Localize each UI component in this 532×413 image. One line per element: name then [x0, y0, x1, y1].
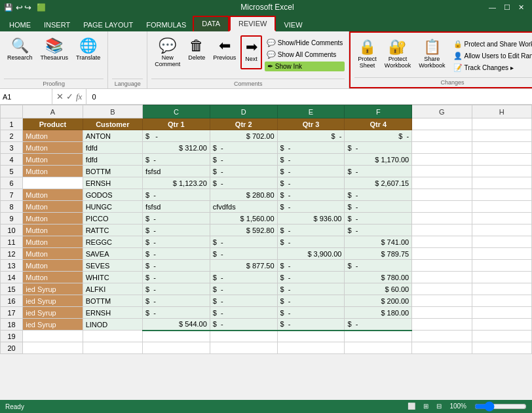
cell-b5[interactable]: BOTTM [83, 166, 142, 177]
cell-c8[interactable]: fsfsd [143, 201, 210, 213]
col-header-e[interactable]: E [277, 105, 345, 118]
cell-e17[interactable]: $ - [277, 307, 345, 319]
cell-f12[interactable]: $ 789.75 [345, 248, 412, 260]
cell-a16[interactable]: ied Syrup [23, 295, 83, 307]
cell-f14[interactable]: $ 780.00 [345, 272, 412, 283]
cancel-formula-icon[interactable]: ✕ [56, 92, 64, 101]
cell-b7[interactable]: GODOS [83, 189, 142, 201]
cell-f4[interactable]: $ 1,170.00 [345, 154, 412, 166]
cell-a18[interactable]: ied Syrup [23, 319, 83, 331]
cell-h14[interactable] [472, 272, 531, 283]
cell-b10[interactable]: RATTC [83, 224, 142, 236]
cell-d7[interactable]: $ 280.80 [210, 189, 277, 201]
protect-share-button[interactable]: 🔒 Protect and Share Workbook [451, 39, 532, 49]
protect-sheet-button[interactable]: 🔒 ProtectSheet [354, 37, 380, 71]
cell-g3[interactable] [412, 142, 472, 154]
cell-g9[interactable] [412, 213, 472, 224]
cell-a20[interactable] [23, 342, 83, 354]
cell-e8[interactable]: $ - [277, 201, 345, 213]
tab-data[interactable]: DATA [193, 16, 229, 31]
previous-comment-button[interactable]: ⬅ Previous [210, 35, 239, 69]
cell-g18[interactable] [412, 319, 472, 331]
cell-e14[interactable]: $ - [277, 272, 345, 283]
tab-formulas[interactable]: FORMULAS [140, 18, 193, 31]
cell-f3[interactable]: $ - [345, 142, 412, 154]
row-num-15[interactable]: 15 [1, 283, 23, 295]
row-num-16[interactable]: 16 [1, 295, 23, 307]
tab-page-layout[interactable]: PAGE LAYOUT [77, 18, 140, 31]
cell-g1[interactable] [412, 118, 472, 130]
cell-g19[interactable] [412, 331, 472, 342]
cell-h6[interactable] [472, 177, 531, 189]
cell-c5[interactable]: fsfsd [143, 166, 210, 177]
cell-f20[interactable] [345, 342, 412, 354]
cell-d11[interactable]: $ - [210, 236, 277, 248]
share-workbook-button[interactable]: 📋 ShareWorkbook [415, 37, 448, 71]
cell-d2[interactable]: $ 702.00 [210, 130, 277, 142]
cell-c19[interactable] [143, 331, 210, 342]
cell-e10[interactable]: $ - [277, 224, 345, 236]
cell-g16[interactable] [412, 295, 472, 307]
col-header-f[interactable]: F [345, 105, 412, 118]
cell-d16[interactable]: $ - [210, 295, 277, 307]
quick-access-redo[interactable]: ↪ [24, 3, 31, 12]
cell-d10[interactable]: $ 592.80 [210, 224, 277, 236]
cell-a12[interactable]: Mutton [23, 248, 83, 260]
cell-e12[interactable]: $ 3,900.00 [277, 248, 345, 260]
cell-a3[interactable]: Mutton [23, 142, 83, 154]
close-btn[interactable]: ✕ [514, 3, 528, 12]
cell-b8[interactable]: HUNGC [83, 201, 142, 213]
cell-d6[interactable]: $ - [210, 177, 277, 189]
next-comment-button[interactable]: ➡ Next [240, 35, 262, 69]
quick-access-undo[interactable]: ↩ [16, 3, 23, 12]
cell-g6[interactable] [412, 177, 472, 189]
cell-c11[interactable]: $ - [143, 236, 210, 248]
cell-g2[interactable] [412, 130, 472, 142]
cell-h15[interactable] [472, 283, 531, 295]
cell-a14[interactable]: Mutton [23, 272, 83, 283]
cell-d13[interactable]: $ 877.50 [210, 260, 277, 272]
cell-e7[interactable]: $ - [277, 189, 345, 201]
cell-f17[interactable]: $ 180.00 [345, 307, 412, 319]
cell-a8[interactable]: Mutton [23, 201, 83, 213]
cell-h20[interactable] [472, 342, 531, 354]
cell-f13[interactable]: $ - [345, 260, 412, 272]
row-num-6[interactable]: 6 [1, 177, 23, 189]
thesaurus-button[interactable]: 📚 Thesaurus [37, 35, 72, 63]
cell-f15[interactable]: $ 60.00 [345, 283, 412, 295]
row-num-19[interactable]: 19 [1, 331, 23, 342]
cell-h9[interactable] [472, 213, 531, 224]
cell-c16[interactable]: $ - [143, 295, 210, 307]
cell-d4[interactable]: $ - [210, 154, 277, 166]
cell-d3[interactable]: $ - [210, 142, 277, 154]
cell-c17[interactable]: $ - [143, 307, 210, 319]
name-box[interactable]: A1 [0, 89, 52, 104]
cell-g10[interactable] [412, 224, 472, 236]
col-header-c[interactable]: C [143, 105, 210, 118]
cell-g4[interactable] [412, 154, 472, 166]
show-hide-comments-button[interactable]: 💬 Show/Hide Comments [265, 38, 345, 48]
cell-c14[interactable]: $ - [143, 272, 210, 283]
cell-g8[interactable] [412, 201, 472, 213]
cell-a10[interactable]: Mutton [23, 224, 83, 236]
cell-d5[interactable]: $ - [210, 166, 277, 177]
protect-workbook-button[interactable]: 🔐 ProtectWorkbook [381, 37, 414, 71]
cell-e3[interactable]: $ - [277, 142, 345, 154]
delete-comment-button[interactable]: 🗑 Delete [185, 35, 208, 69]
row-num-17[interactable]: 17 [1, 307, 23, 319]
cell-a2[interactable]: Mutton [23, 130, 83, 142]
cell-c15[interactable]: $ - [143, 283, 210, 295]
cell-b9[interactable]: PICCO [83, 213, 142, 224]
tab-view[interactable]: VIEW [276, 18, 310, 31]
cell-h4[interactable] [472, 154, 531, 166]
cell-h11[interactable] [472, 236, 531, 248]
cell-e5[interactable]: $ - [277, 166, 345, 177]
cell-g17[interactable] [412, 307, 472, 319]
cell-a9[interactable]: Mutton [23, 213, 83, 224]
cell-f8[interactable]: $ - [345, 201, 412, 213]
tab-review[interactable]: REVIEW [229, 16, 276, 31]
cell-c10[interactable]: $ - [143, 224, 210, 236]
cell-b14[interactable]: WHITC [83, 272, 142, 283]
cell-b19[interactable] [83, 331, 142, 342]
cell-e11[interactable]: $ - [277, 236, 345, 248]
